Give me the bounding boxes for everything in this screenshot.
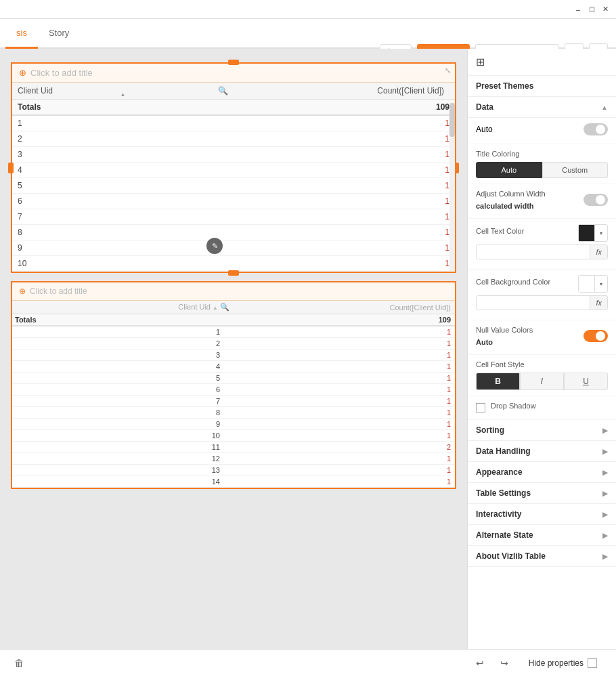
title-coloring-custom-btn[interactable]: Custom xyxy=(542,162,609,178)
maximize-button[interactable]: ◻ xyxy=(586,4,597,15)
title-coloring-label: Title Coloring xyxy=(476,150,608,158)
null-value-toggle[interactable] xyxy=(584,330,608,342)
title-coloring-auto-btn[interactable]: Auto xyxy=(476,162,542,178)
data-handling-section[interactable]: Data Handling ▶ xyxy=(468,441,616,462)
table-row: 71 xyxy=(12,209,455,225)
cell-bg-expr-input[interactable] xyxy=(477,296,590,310)
underline-btn[interactable]: U xyxy=(564,373,608,390)
cell-text-color-row: Cell Text Color ▾ xyxy=(476,224,608,242)
tab-analysis[interactable]: sis xyxy=(5,18,38,47)
cell-bg-color-box xyxy=(579,276,595,292)
table-row: 51 xyxy=(12,178,455,194)
main-area: ⊕ Click to add title ⤡ Client Uid ▲ 🔍 Co… xyxy=(0,49,616,649)
interactivity-section[interactable]: Interactivity ▶ xyxy=(468,504,616,525)
table-row: 21 xyxy=(12,131,455,147)
table-row: 101 xyxy=(12,256,455,272)
w2-search-icon[interactable]: 🔍 xyxy=(220,303,229,311)
table-row: 41 xyxy=(12,361,455,373)
title-coloring-group: Title Coloring Auto Custom xyxy=(468,144,616,184)
cell-text-color-dropdown[interactable]: ▾ xyxy=(595,225,607,241)
redo-button[interactable]: ↪ xyxy=(496,655,512,671)
data-handling-arrow: ▶ xyxy=(602,448,608,455)
w2-totals-row: Totals 109 xyxy=(12,314,455,326)
auto-toggle-thumb xyxy=(596,125,605,134)
drop-shadow-checkbox[interactable] xyxy=(476,403,485,413)
widget-1-table: Client Uid ▲ 🔍 Count([Client Uid]) Total… xyxy=(12,83,455,272)
cell-text-color-swatch[interactable]: ▾ xyxy=(578,224,608,242)
null-value-toggle-row: Null Value Colors Auto xyxy=(476,326,608,346)
table-row: 61 xyxy=(12,194,455,209)
auto-toggle[interactable] xyxy=(584,123,608,135)
about-vizlib-section[interactable]: About Vizlib Table ▶ xyxy=(468,546,616,567)
table-row: 31 xyxy=(12,147,455,163)
null-value-thumb xyxy=(596,331,605,341)
widget-2: ⊕ Click to add title Client Uid ▲ 🔍 Coun… xyxy=(11,281,456,489)
cell-bg-color-dropdown[interactable]: ▾ xyxy=(595,276,607,292)
null-value-label: Null Value Colors xyxy=(476,326,533,334)
tab-story[interactable]: Story xyxy=(38,18,80,47)
cell-bg-color-label: Cell Background Color xyxy=(476,278,550,286)
cell-bg-color-swatch[interactable]: ▾ xyxy=(578,275,608,293)
undo-button[interactable]: ↩ xyxy=(472,655,488,671)
cell-text-color-group: Cell Text Color ▾ fx xyxy=(468,219,616,270)
cell-bg-color-group: Cell Background Color ▾ fx xyxy=(468,270,616,320)
data-section-arrow: ▲ xyxy=(601,104,608,111)
col1-header: Client Uid ▲ 🔍 xyxy=(12,83,234,100)
row-val: 1 xyxy=(234,115,455,131)
adjust-col-toggle[interactable] xyxy=(584,194,608,206)
table-row: 91 xyxy=(12,419,455,430)
widget-1-title-bar[interactable]: ⊕ Click to add title ⤡ xyxy=(12,64,455,83)
expand-icon[interactable]: ⤡ xyxy=(445,66,451,75)
null-value-colors-group: Null Value Colors Auto xyxy=(468,320,616,355)
about-vizlib-arrow: ▶ xyxy=(602,553,608,560)
scrollbar-thumb[interactable] xyxy=(449,103,455,137)
bold-btn[interactable]: B xyxy=(476,373,520,390)
table-row: 41 xyxy=(12,163,455,178)
alternate-state-section[interactable]: Alternate State ▶ xyxy=(468,525,616,546)
calculated-width-label: calculated width xyxy=(476,202,546,210)
table-row: 81 xyxy=(12,225,455,240)
row-id: 1 xyxy=(12,115,234,131)
resize-handle-top-1[interactable] xyxy=(228,60,239,65)
resize-handle-bottom-1[interactable] xyxy=(228,270,239,276)
hide-properties-button[interactable]: Hide properties xyxy=(521,655,605,671)
table-row: 21 xyxy=(12,338,455,350)
delete-icon[interactable]: 🗑 xyxy=(11,655,27,671)
canvas: ⊕ Click to add title ⤡ Client Uid ▲ 🔍 Co… xyxy=(0,49,467,649)
add-title-icon-2: ⊕ xyxy=(19,287,26,296)
auto-label: Auto xyxy=(476,125,493,134)
appearance-section[interactable]: Appearance ▶ xyxy=(468,462,616,483)
widget-2-title-bar[interactable]: ⊕ Click to add title xyxy=(12,282,455,301)
preset-themes-section[interactable]: Preset Themes xyxy=(468,76,616,97)
search-icon[interactable]: 🔍 xyxy=(218,86,228,96)
hide-props-label: Hide properties xyxy=(529,658,584,668)
adjust-col-toggle-row: Adjust Column Width calculated width xyxy=(476,190,608,210)
minimize-button[interactable]: – xyxy=(573,4,584,15)
table-row: 101 xyxy=(12,430,455,442)
table-row: 81 xyxy=(12,407,455,419)
cell-bg-fx-btn[interactable]: fx xyxy=(590,296,607,310)
table-settings-section[interactable]: Table Settings ▶ xyxy=(468,483,616,504)
cell-font-style-group: Cell Font Style B I U xyxy=(468,355,616,396)
table-grid-icon: ⊞ xyxy=(476,56,485,68)
panel-top: ⊞ xyxy=(468,49,616,76)
title-coloring-buttons: Auto Custom xyxy=(476,162,608,178)
hide-props-checkbox[interactable] xyxy=(588,658,597,668)
auto-toggle-row: Auto xyxy=(476,123,608,135)
italic-btn[interactable]: I xyxy=(520,373,564,390)
data-section[interactable]: Data ▲ xyxy=(468,97,616,118)
add-title-icon: ⊕ xyxy=(19,68,26,78)
scrollbar-track[interactable] xyxy=(449,103,455,272)
edit-pencil-icon[interactable]: ✎ xyxy=(206,238,223,254)
sorting-arrow: ▶ xyxy=(602,427,608,434)
close-button[interactable]: ✕ xyxy=(600,4,611,15)
sorting-section[interactable]: Sorting ▶ xyxy=(468,420,616,441)
null-auto-label: Auto xyxy=(476,338,533,346)
cell-text-fx-btn[interactable]: fx xyxy=(590,245,607,259)
table-row: 31 xyxy=(12,350,455,361)
auto-prop-group: Auto xyxy=(468,118,616,144)
sort-icon[interactable]: ▲ xyxy=(120,91,126,98)
cell-text-expr-input[interactable] xyxy=(477,245,590,259)
appearance-arrow: ▶ xyxy=(602,469,608,476)
table-row: 112 xyxy=(12,442,455,453)
